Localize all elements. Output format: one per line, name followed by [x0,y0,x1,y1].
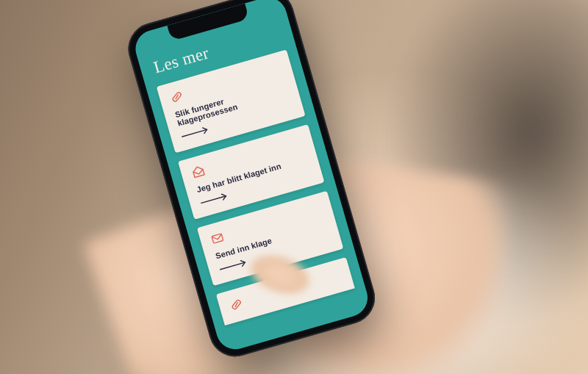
svg-line-5 [220,262,245,270]
app-content: Les mer Slik fungerer klageprosessen [131,0,372,353]
svg-line-2 [182,129,207,137]
svg-line-3 [201,196,226,204]
phone-body: Les mer Slik fungerer klageprosessen [122,0,381,363]
phone: Les mer Slik fungerer klageprosessen [122,0,381,363]
svg-rect-4 [212,234,223,243]
phone-screen: Les mer Slik fungerer klageprosessen [131,0,372,353]
photo-background: Les mer Slik fungerer klageprosessen [0,0,588,374]
